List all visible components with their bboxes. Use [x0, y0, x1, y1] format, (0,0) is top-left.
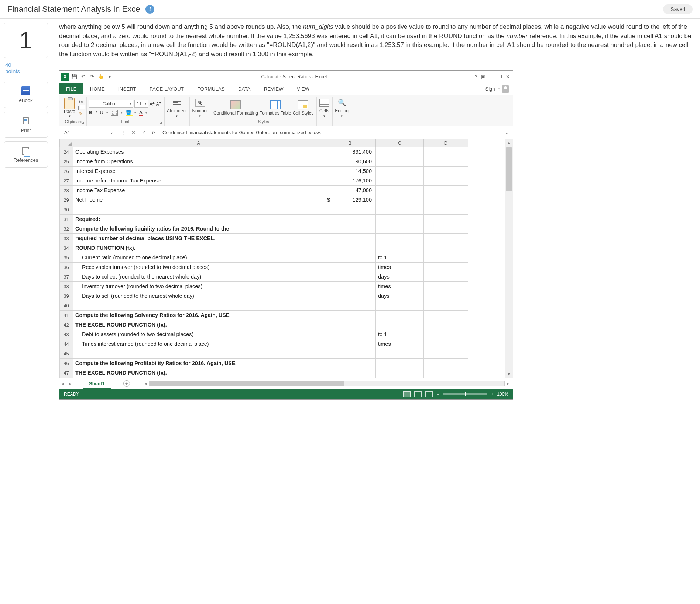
cell[interactable] — [376, 166, 424, 176]
sign-in-button[interactable]: Sign In — [482, 83, 513, 95]
zoom-slider[interactable] — [443, 393, 487, 395]
ribbon-display-icon[interactable]: ▣ — [481, 74, 485, 79]
cell[interactable] — [376, 176, 424, 185]
cell[interactable] — [324, 205, 376, 214]
cell[interactable]: 14,500 — [324, 166, 376, 176]
sheet-nav-first-icon[interactable]: ◂ — [59, 381, 66, 386]
cell[interactable] — [324, 214, 376, 224]
cell[interactable] — [324, 224, 376, 233]
cell[interactable] — [324, 358, 376, 368]
cell[interactable] — [376, 147, 424, 157]
add-sheet-icon[interactable]: + — [123, 380, 130, 387]
font-color-icon[interactable]: A — [139, 110, 143, 115]
cut-icon[interactable]: ✂ — [78, 99, 83, 105]
hscroll-thumb[interactable] — [150, 381, 345, 386]
cell[interactable]: times — [376, 339, 424, 349]
spreadsheet-grid[interactable]: A B C D 24Operating Expenses891,40025Inc… — [59, 139, 468, 378]
font-name-select[interactable]: Calibri — [89, 100, 133, 108]
tab-home[interactable]: HOME — [83, 83, 111, 94]
cell[interactable] — [324, 301, 376, 310]
minimize-icon[interactable]: — — [489, 74, 494, 79]
ebook-button[interactable]: eBook — [4, 82, 48, 108]
cell[interactable] — [324, 339, 376, 349]
dialog-launcher-icon[interactable]: ◢ — [82, 121, 84, 124]
cell[interactable] — [424, 281, 468, 291]
undo-icon[interactable]: ↶ — [79, 73, 87, 81]
references-button[interactable]: References — [4, 141, 48, 168]
cell[interactable]: to 1 — [376, 253, 424, 262]
cell[interactable] — [324, 243, 376, 253]
cell[interactable] — [73, 205, 324, 214]
cell[interactable]: days — [376, 291, 424, 301]
formula-bar[interactable]: Condensed financial statements for Games… — [159, 128, 511, 137]
cell[interactable] — [73, 301, 324, 310]
row-header[interactable]: 36 — [60, 262, 73, 272]
sheet-tab-sheet1[interactable]: Sheet1 — [83, 379, 111, 389]
cancel-formula-icon[interactable]: ✕ — [128, 128, 138, 137]
cell[interactable] — [376, 233, 424, 243]
cell[interactable] — [424, 243, 468, 253]
tab-file[interactable]: FILE — [59, 83, 83, 94]
cell[interactable] — [376, 368, 424, 378]
column-header-b[interactable]: B — [324, 139, 376, 147]
save-icon[interactable]: 💾 — [71, 73, 78, 81]
cell[interactable] — [424, 320, 468, 330]
cell[interactable] — [424, 185, 468, 195]
cell[interactable] — [424, 358, 468, 368]
cell[interactable] — [324, 320, 376, 330]
cell[interactable] — [376, 195, 424, 205]
cell[interactable]: Interest Expense — [73, 166, 324, 176]
paste-button[interactable]: Paste▾ — [64, 98, 75, 118]
horizontal-scrollbar[interactable]: ◂ ▸ — [141, 381, 513, 386]
cell[interactable] — [424, 272, 468, 281]
row-header[interactable]: 31 — [60, 214, 73, 224]
cell[interactable] — [376, 358, 424, 368]
cell[interactable] — [424, 330, 468, 339]
vertical-scrollbar[interactable]: ▲ ▼ — [505, 139, 513, 378]
info-icon[interactable]: i — [145, 5, 154, 14]
column-header-c[interactable]: C — [376, 139, 424, 147]
cell[interactable]: ROUND FUNCTION (fx). — [73, 243, 324, 253]
cell[interactable]: Income Tax Expense — [73, 185, 324, 195]
row-header[interactable]: 35 — [60, 253, 73, 262]
fill-color-icon[interactable]: 🪣 — [126, 110, 131, 115]
cell[interactable]: Inventory turnover (rounded to two decim… — [73, 281, 324, 291]
page-layout-view-icon[interactable] — [414, 391, 422, 397]
help-icon[interactable]: ? — [475, 74, 477, 79]
cells-button[interactable]: Cells▾ — [319, 98, 329, 118]
cell[interactable]: Net Income — [73, 195, 324, 205]
cell[interactable]: Days to sell (rounded to the nearest who… — [73, 291, 324, 301]
cell[interactable] — [424, 339, 468, 349]
tab-review[interactable]: REVIEW — [257, 83, 290, 94]
cell[interactable] — [424, 176, 468, 185]
cell[interactable]: 190,600 — [324, 157, 376, 166]
row-header[interactable]: 25 — [60, 157, 73, 166]
zoom-out-icon[interactable]: − — [436, 392, 439, 397]
conditional-formatting-button[interactable]: Conditional Formatting — [213, 100, 258, 116]
column-header-a[interactable]: A — [73, 139, 324, 147]
cell[interactable] — [424, 157, 468, 166]
cell[interactable] — [424, 224, 468, 233]
scroll-down-icon[interactable]: ▼ — [505, 371, 513, 378]
collapse-ribbon-icon[interactable]: ˆ — [503, 117, 511, 126]
row-header[interactable]: 33 — [60, 233, 73, 243]
cell[interactable] — [424, 301, 468, 310]
cell[interactable]: 129,100 — [324, 195, 376, 205]
touch-mode-icon[interactable]: 👆 — [97, 73, 104, 81]
cell[interactable] — [324, 330, 376, 339]
cell[interactable]: to 1 — [376, 330, 424, 339]
cell[interactable] — [324, 281, 376, 291]
cell[interactable] — [324, 262, 376, 272]
cell[interactable] — [424, 349, 468, 358]
zoom-in-icon[interactable]: + — [491, 392, 493, 397]
sheet-nav-next-icon[interactable]: ▸ — [66, 381, 73, 386]
cell[interactable] — [324, 233, 376, 243]
cell[interactable] — [424, 195, 468, 205]
zoom-level[interactable]: 100% — [497, 392, 508, 397]
cell[interactable] — [324, 272, 376, 281]
increase-font-icon[interactable]: A▴ — [150, 100, 155, 107]
cell[interactable] — [324, 349, 376, 358]
cell[interactable]: THE EXCEL ROUND FUNCTION (fx). — [73, 368, 324, 378]
cell[interactable]: required number of decimal places USING … — [73, 233, 324, 243]
cell[interactable]: 47,000 — [324, 185, 376, 195]
